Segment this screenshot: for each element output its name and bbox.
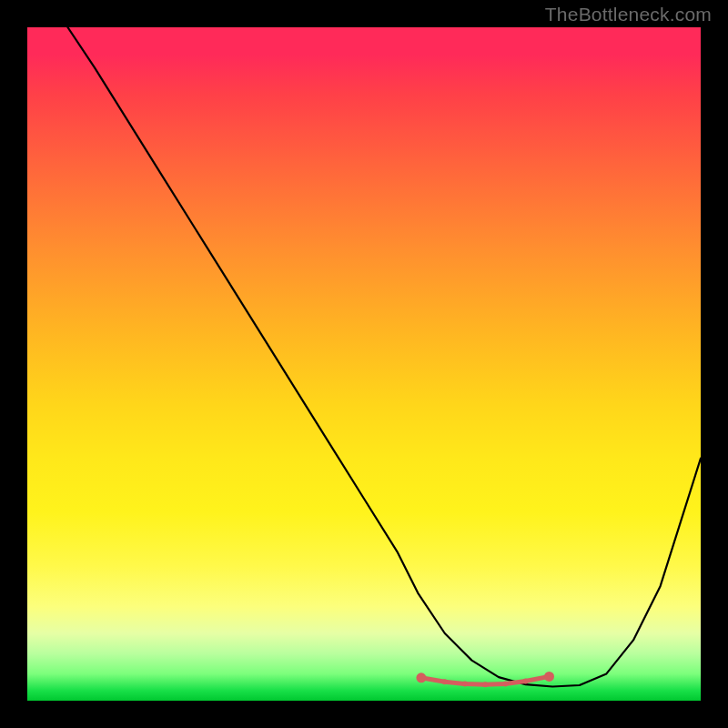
marker-dot bbox=[442, 679, 448, 684]
marker-dot bbox=[502, 682, 508, 687]
marker-dot bbox=[416, 672, 426, 682]
marker-dot bbox=[523, 679, 529, 684]
marker-dot bbox=[482, 682, 488, 687]
watermark-text: TheBottleneck.com bbox=[545, 4, 712, 25]
marker-dot bbox=[462, 682, 468, 687]
bottleneck-curve bbox=[67, 27, 701, 687]
marker-dot bbox=[544, 672, 554, 682]
plot-area bbox=[27, 27, 701, 701]
chart-frame: TheBottleneck.com bbox=[0, 0, 728, 728]
chart-svg bbox=[27, 27, 701, 701]
